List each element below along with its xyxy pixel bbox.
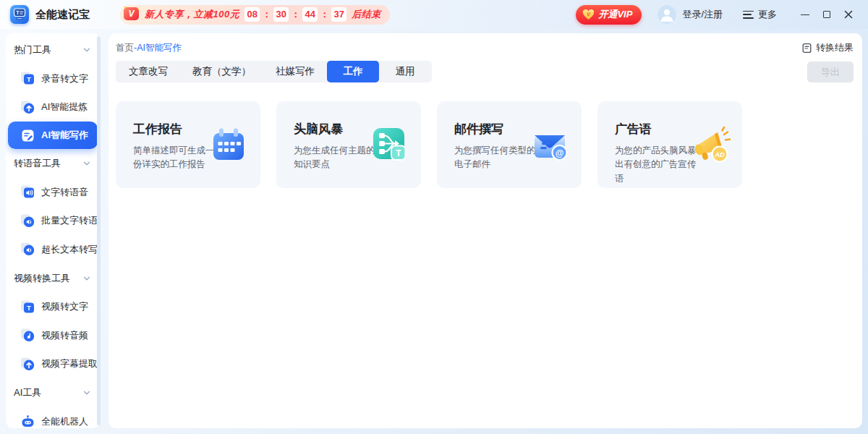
sidebar-section-label: AI工具	[14, 386, 41, 399]
svg-text:V: V	[128, 9, 135, 19]
sidebar-scrollbar[interactable]	[97, 36, 101, 425]
conversion-results-link[interactable]: 转换结果	[801, 41, 854, 54]
tab[interactable]: 工作	[327, 61, 379, 82]
close-icon	[844, 10, 853, 19]
sidebar-section-header[interactable]: 热门工具	[6, 35, 100, 64]
email-icon: @	[529, 124, 570, 165]
chevron-down-icon	[82, 274, 91, 283]
promo-banner[interactable]: V 新人专享，立减100元 08：30：44：37 后结束	[120, 5, 390, 25]
audio-to-text-icon: T	[20, 71, 35, 86]
ai-extract-icon	[20, 100, 35, 115]
countdown-box: 08	[244, 7, 260, 22]
vip-heart-icon: V	[582, 9, 595, 20]
text-to-speech-icon	[20, 184, 35, 200]
tab[interactable]: 教育（文学）	[180, 61, 263, 82]
open-vip-button[interactable]: V 开通VIP	[576, 5, 642, 25]
sidebar-item-label: 视频转音频	[41, 329, 88, 342]
minimize-icon	[801, 14, 809, 15]
maximize-button[interactable]	[817, 5, 836, 24]
tab-row: 文章改写教育（文学）社媒写作工作通用 导出	[116, 61, 854, 82]
calendar-icon	[208, 124, 249, 165]
titlebar-right: V 开通VIP 登录/注册 更多	[576, 5, 858, 25]
sidebar: 热门工具T录音转文字AI智能提炼AI智能写作转语音工具文字转语音批量文字转语音超…	[6, 33, 100, 428]
main-header: 首页-AI智能写作 转换结果	[116, 40, 854, 56]
svg-text:@: @	[556, 148, 564, 158]
video-to-audio-icon	[20, 328, 35, 343]
megaphone-icon: AD	[690, 124, 731, 165]
svg-text:T: T	[396, 148, 401, 158]
chevron-down-icon	[82, 159, 91, 168]
template-card[interactable]: 工作报告简单描述即可生成一份详实的工作报告	[116, 101, 260, 188]
template-card[interactable]: 头脑风暴为您生成任何主题的知识要点T	[276, 101, 421, 188]
svg-text:T: T	[27, 304, 31, 312]
sidebar-item-label: 全能机器人	[41, 415, 88, 428]
svg-text:T: T	[27, 75, 31, 83]
ai-writing-icon	[20, 128, 35, 143]
close-button[interactable]	[839, 5, 858, 24]
sidebar-item-label: AI智能写作	[41, 129, 88, 142]
promo-text: 新人专享，立减100元	[145, 8, 239, 21]
sidebar-section-header[interactable]: 视频转换工具	[6, 264, 100, 293]
chevron-down-icon	[82, 46, 91, 54]
countdown-box: 37	[331, 7, 346, 22]
sidebar-item-label: 文字转语音	[41, 186, 88, 199]
video-to-text-icon: T	[20, 299, 35, 315]
sidebar-item-label: 视频转文字	[41, 300, 88, 313]
sidebar-item[interactable]: 视频转音频	[6, 321, 100, 350]
sidebar-item[interactable]: 文字转语音	[6, 178, 100, 207]
tab[interactable]: 通用	[379, 61, 431, 82]
countdown-box: 44	[302, 7, 318, 22]
more-menu[interactable]: 更多	[743, 8, 777, 21]
tab[interactable]: 社媒写作	[263, 61, 327, 82]
breadcrumb-current: AI智能写作	[137, 43, 182, 53]
countdown-box: 30	[273, 7, 289, 22]
sidebar-item[interactable]: T录音转文字	[6, 64, 100, 93]
conversion-results-label: 转换结果	[816, 41, 854, 54]
minimize-button[interactable]	[796, 5, 814, 24]
robot-icon	[20, 414, 35, 428]
document-icon	[801, 43, 812, 54]
promo-countdown: 08：30：44：37	[244, 7, 346, 22]
tab-bar: 文章改写教育（文学）社媒写作工作通用	[116, 61, 432, 82]
main-panel: 首页-AI智能写作 转换结果 文章改写教育（文学）社媒写作工作通用 导出 工作报…	[109, 33, 862, 428]
countdown-separator: ：	[291, 8, 300, 21]
long-text-icon	[20, 242, 35, 257]
subtitle-extract-icon	[20, 357, 35, 372]
sidebar-section-header[interactable]: 转语音工具	[6, 149, 100, 178]
sidebar-item[interactable]: 全能机器人	[6, 407, 100, 428]
avatar[interactable]	[658, 5, 676, 24]
breadcrumb-home[interactable]: 首页	[116, 43, 134, 53]
mindmap-icon: T	[369, 124, 409, 165]
menu-icon	[743, 11, 754, 19]
svg-text:AD: AD	[714, 150, 725, 158]
sidebar-item-label: 录音转文字	[41, 72, 88, 85]
sidebar-item-label: AI智能提炼	[41, 101, 88, 114]
app-logo-icon: T	[10, 5, 29, 24]
login-register-link[interactable]: 登录/注册	[682, 8, 723, 21]
tab[interactable]: 文章改写	[116, 61, 180, 82]
window-controls	[793, 5, 858, 24]
sidebar-item[interactable]: AI智能提炼	[6, 93, 100, 122]
svg-text:T: T	[16, 10, 20, 15]
breadcrumb: 首页-AI智能写作	[116, 42, 182, 54]
template-card[interactable]: 邮件撰写为您撰写任何类型的电子邮件@	[437, 101, 582, 188]
promo-suffix: 后结束	[352, 8, 381, 21]
vip-button-label: 开通VIP	[598, 8, 632, 21]
vip-v-badge-icon: V	[123, 5, 140, 22]
sidebar-section-header[interactable]: AI工具	[6, 378, 100, 407]
sidebar-section-label: 视频转换工具	[14, 272, 70, 285]
app-title: 全能速记宝	[35, 8, 90, 22]
more-menu-label: 更多	[758, 8, 777, 21]
app-window: T 全能速记宝 V 新人专享，立减100元 08：30：44：37 后结束 V …	[0, 0, 868, 434]
titlebar: T 全能速记宝 V 新人专享，立减100元 08：30：44：37 后结束 V …	[0, 0, 868, 29]
sidebar-list: 热门工具T录音转文字AI智能提炼AI智能写作转语音工具文字转语音批量文字转语音超…	[6, 35, 100, 428]
sidebar-item[interactable]: 批量文字转语音	[6, 207, 100, 236]
sidebar-item-label: 视频字幕提取	[41, 357, 98, 370]
sidebar-section-label: 热门工具	[14, 43, 51, 56]
export-button[interactable]: 导出	[807, 61, 854, 82]
sidebar-item[interactable]: 视频字幕提取	[6, 350, 100, 379]
template-card[interactable]: 广告语为您的产品头脑风暴出有创意的广告宣传语AD	[597, 101, 742, 188]
sidebar-item[interactable]: T视频转文字	[6, 293, 100, 322]
sidebar-item[interactable]: AI智能写作	[8, 122, 98, 149]
sidebar-item[interactable]: 超长文本转写	[6, 235, 100, 264]
